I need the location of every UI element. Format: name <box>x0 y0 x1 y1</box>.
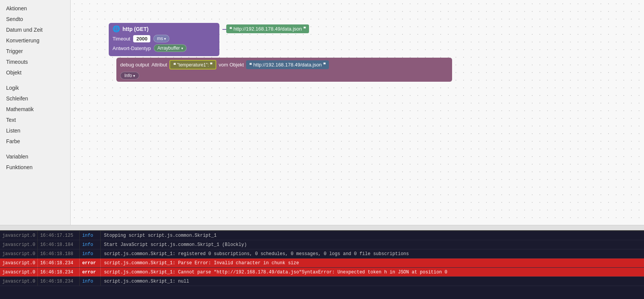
response-type-select[interactable]: Arraybuffer ▾ <box>154 44 186 52</box>
response-label: Antwort-Datentyp <box>113 45 151 51</box>
console-level-0: info <box>80 231 101 240</box>
console-level-5: info <box>80 277 101 286</box>
url-value: http://192.168.178.49/data.json <box>233 26 302 32</box>
timeout-value[interactable]: 2000 <box>133 35 150 42</box>
console-source-1: javascript.0 <box>0 240 38 249</box>
console-row-0: javascript.016:46:17.125infoStopping scr… <box>0 231 644 240</box>
console-time-1: 16:46:18.184 <box>38 240 80 249</box>
attribut-label: Attribut <box>151 62 167 68</box>
console-time-2: 16:46:18.188 <box>38 249 80 258</box>
sidebar-item-aktionen[interactable]: Aktionen <box>0 3 70 14</box>
console-source-0: javascript.0 <box>0 231 38 240</box>
info-row: Info ▾ <box>120 72 448 79</box>
object-url-block[interactable]: ❝ http://192.168.178.49/data.json ❞ <box>246 60 329 69</box>
timeout-row: Timeout 2000 ms ▾ <box>113 35 216 42</box>
sidebar: Aktionen Sendto Datum und Zeit Konvertie… <box>0 0 71 225</box>
console-row-2: javascript.016:46:18.188infoscript.js.co… <box>0 249 644 259</box>
console-area: javascript.016:46:17.125infoStopping scr… <box>0 230 644 299</box>
sidebar-item-konvertierung[interactable]: Konvertierung <box>0 35 70 46</box>
console-level-2: info <box>80 249 101 258</box>
console-row-3: javascript.016:46:18.234errorscript.js.c… <box>0 259 644 268</box>
info-level-select[interactable]: Info ▾ <box>120 72 139 79</box>
sidebar-item-text[interactable]: Text <box>0 115 70 125</box>
globe-icon: 🌐 <box>113 25 120 32</box>
chevron-down-icon-2: ▾ <box>181 46 183 50</box>
http-block-title: http (GET) <box>122 26 148 32</box>
chevron-down-icon-3: ▾ <box>133 74 135 78</box>
timeout-unit-select[interactable]: ms ▾ <box>153 35 169 42</box>
console-source-2: javascript.0 <box>0 249 38 258</box>
sidebar-item-objekt[interactable]: Objekt <box>0 67 70 78</box>
console-time-0: 16:46:17.125 <box>38 231 80 240</box>
sidebar-item-trigger[interactable]: Trigger <box>0 46 70 57</box>
debug-inner-row: debug output Attribut ❝ "temperature1": … <box>120 60 448 69</box>
sidebar-item-mathematik[interactable]: Mathematik <box>0 104 70 115</box>
console-time-5: 16:46:18.234 <box>38 277 80 286</box>
sidebar-item-logik[interactable]: Logik <box>0 82 70 93</box>
console-message-4: script.js.common.Skript_1: Cannot parse … <box>101 268 644 276</box>
url-string-block[interactable]: ❝ http://192.168.178.49/data.json ❞ <box>226 24 309 33</box>
response-type-row: Antwort-Datentyp Arraybuffer ▾ <box>113 44 216 52</box>
close-quote-icon: ❞ <box>303 26 306 32</box>
attribute-string-block[interactable]: ❝ "temperature1": ❞ <box>169 60 216 69</box>
console-message-2: script.js.common.Skript_1: registered 0 … <box>101 249 644 258</box>
sidebar-item-datum[interactable]: Datum und Zeit <box>0 24 70 35</box>
http-header: 🌐 http (GET) <box>113 25 216 32</box>
sidebar-item-timeouts[interactable]: Timeouts <box>0 57 70 67</box>
debug-block-wrapper: debug output Attribut ❝ "temperature1": … <box>116 58 452 82</box>
open-quote-icon: ❝ <box>229 26 232 32</box>
sidebar-item-listen[interactable]: Listen <box>0 125 70 136</box>
sidebar-item-farbe[interactable]: Farbe <box>0 136 70 147</box>
debug-title: debug output <box>120 62 149 68</box>
console-level-3: error <box>80 259 101 267</box>
chevron-down-icon: ▾ <box>164 37 166 41</box>
debug-output-block[interactable]: debug output Attribut ❝ "temperature1": … <box>116 58 452 82</box>
attr-open-quote: ❝ <box>173 62 176 68</box>
console-message-0: Stopping script script.js.common.Skript_… <box>101 231 644 240</box>
attribute-value: "temperature1": <box>177 62 209 68</box>
canvas-area: 🌐 http (GET) Timeout 2000 ms ▾ <box>71 0 644 225</box>
console-row-5: javascript.016:46:18.234infoscript.js.co… <box>0 277 644 286</box>
console-message-5: script.js.common.Skript_1: null <box>101 277 644 286</box>
console-level-1: info <box>80 240 101 249</box>
http-block-row: 🌐 http (GET) Timeout 2000 ms ▾ <box>109 23 452 56</box>
sidebar-item-schleifen[interactable]: Schleifen <box>0 93 70 104</box>
console-row-4: javascript.016:46:18.234errorscript.js.c… <box>0 268 644 277</box>
http-get-block[interactable]: 🌐 http (GET) Timeout 2000 ms ▾ <box>109 23 219 56</box>
sidebar-item-funktionen[interactable]: Funktionen <box>0 162 70 173</box>
console-source-4: javascript.0 <box>0 268 38 276</box>
horizontal-scrollbar[interactable] <box>0 225 644 230</box>
blocks-container: 🌐 http (GET) Timeout 2000 ms ▾ <box>109 23 452 82</box>
object-url-value: http://192.168.178.49/data.json <box>253 62 322 68</box>
console-row-1: javascript.016:46:18.184infoStart JavaSc… <box>0 240 644 249</box>
timeout-label: Timeout <box>113 36 130 42</box>
console-time-3: 16:46:18.234 <box>38 259 80 267</box>
console-time-4: 16:46:18.234 <box>38 268 80 276</box>
console-message-1: Start JavaScript script.js.common.Skript… <box>101 240 644 249</box>
console-source-3: javascript.0 <box>0 259 38 267</box>
sidebar-item-sendto[interactable]: Sendto <box>0 14 70 24</box>
console-message-3: script.js.common.Skript_1: Parse Error: … <box>101 259 644 267</box>
console-source-5: javascript.0 <box>0 277 38 286</box>
obj-open-quote: ❝ <box>249 62 252 68</box>
console-level-4: error <box>80 268 101 276</box>
sidebar-item-variablen[interactable]: Variablen <box>0 151 70 162</box>
attr-close-quote: ❞ <box>210 62 213 68</box>
obj-close-quote: ❞ <box>323 62 326 68</box>
vom-label: vom Objekt <box>219 62 244 68</box>
